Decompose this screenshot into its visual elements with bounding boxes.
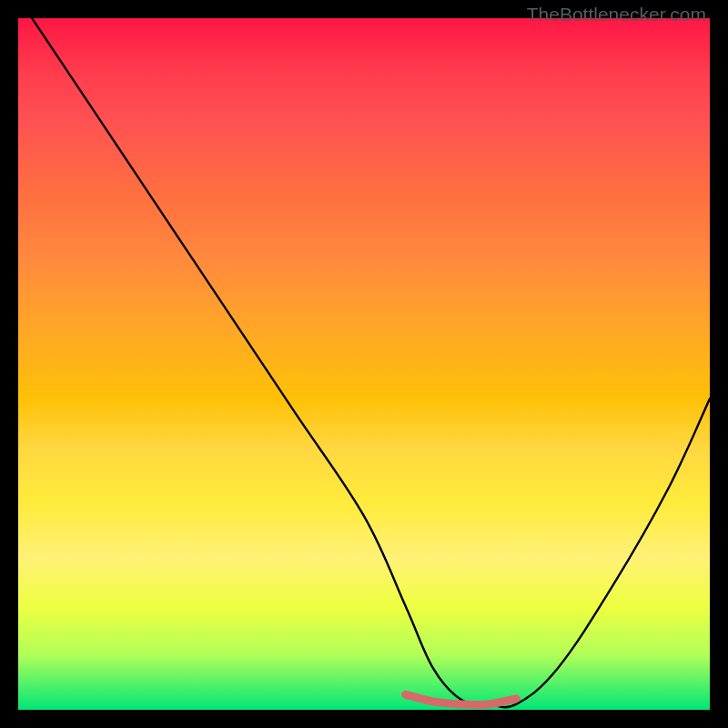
curve-overlay [18, 18, 710, 710]
plot-area [18, 18, 710, 710]
attribution-text: TheBottlenecker.com [527, 4, 706, 25]
bottleneck-curve [32, 18, 710, 707]
bottleneck-chart: TheBottlenecker.com [0, 0, 728, 728]
